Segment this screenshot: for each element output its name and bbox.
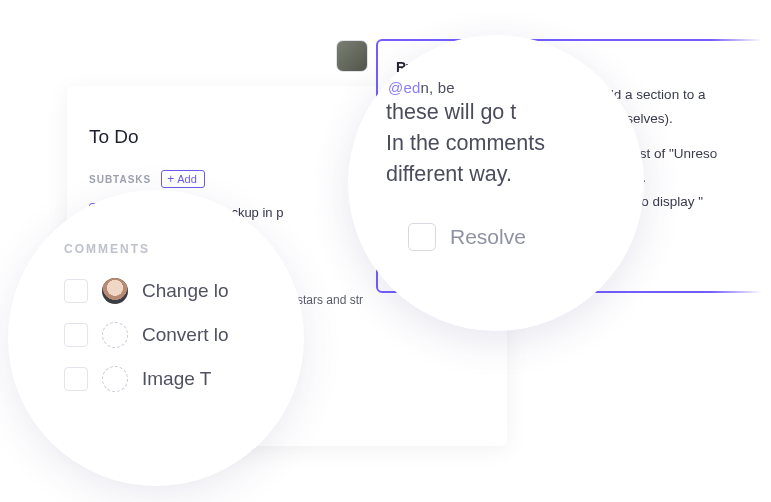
resolve-label: Resolve: [450, 225, 526, 249]
add-label: Add: [177, 173, 197, 185]
zoom-line: In the comments: [386, 129, 634, 158]
comment-avatar-empty[interactable]: [102, 322, 128, 348]
add-subtask-button[interactable]: + Add: [161, 170, 205, 188]
plus-icon: +: [167, 173, 174, 185]
comment-row[interactable]: Change lo: [64, 278, 294, 304]
comment-checkbox[interactable]: [64, 367, 88, 391]
magnifier-lens-left: COMMENTS Change lo Convert lo Image T: [8, 190, 304, 486]
comment-text: Convert lo: [142, 324, 229, 346]
comment-checkbox[interactable]: [64, 323, 88, 347]
zoom-line: these will go t: [386, 98, 634, 127]
comment-row[interactable]: Convert lo: [64, 322, 294, 348]
magnifier-lens-right: @edn, be these will go t In the comments…: [348, 35, 644, 331]
comment-avatar-empty[interactable]: [102, 366, 128, 392]
zoom-line: different way.: [386, 160, 634, 189]
resolve-checkbox[interactable]: [408, 223, 436, 251]
comment-author-avatar[interactable]: [336, 40, 368, 72]
overflow-text: to AI: [279, 331, 483, 345]
mention-zoom: @ed: [388, 79, 421, 96]
comment-checkbox[interactable]: [64, 279, 88, 303]
comments-header: COMMENTS: [64, 242, 294, 256]
comment-row[interactable]: Image T: [64, 366, 294, 392]
comment-text: Change lo: [142, 280, 229, 302]
comment-avatar[interactable]: [102, 278, 128, 304]
resolve-row[interactable]: Resolve: [408, 223, 634, 251]
comment-text: Image T: [142, 368, 211, 390]
subtasks-label: SUBTASKS: [89, 174, 151, 185]
